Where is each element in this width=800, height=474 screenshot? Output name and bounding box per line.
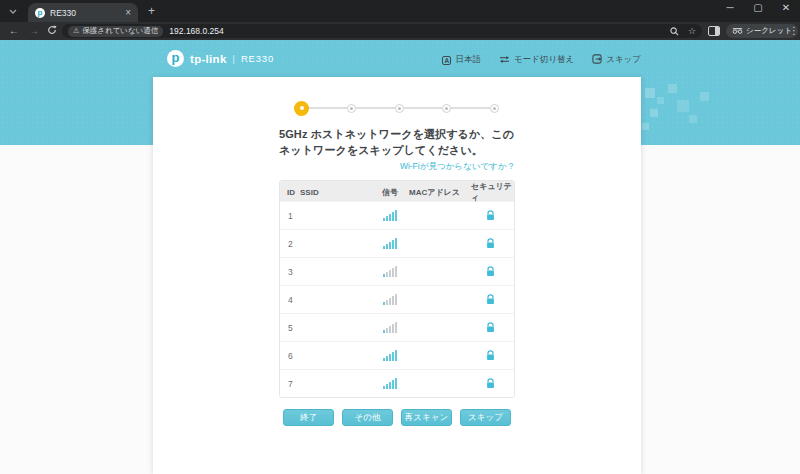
signal-icon: [383, 294, 409, 305]
step-dot: [347, 104, 356, 113]
brand-separator: |: [233, 54, 235, 64]
signal-icon: [383, 210, 409, 221]
browser-tab[interactable]: p RE330 ×: [28, 3, 138, 22]
bookmark-star-icon[interactable]: ☆: [688, 26, 696, 36]
network-id: 2: [280, 239, 300, 249]
exit-button[interactable]: 終了: [283, 409, 334, 426]
network-id: 3: [280, 267, 300, 277]
chevron-down-icon[interactable]: [6, 5, 20, 17]
mode-switch-link[interactable]: モード切り替え: [499, 54, 574, 66]
security-chip[interactable]: ⚠ 保護されていない通信: [68, 26, 163, 37]
network-id: 1: [280, 211, 300, 221]
warning-icon: ⚠: [73, 27, 79, 35]
network-id: 7: [280, 379, 300, 389]
step-dot: [295, 102, 308, 115]
network-id: 6: [280, 351, 300, 361]
column-security: セキュリティ: [471, 181, 514, 203]
tplink-favicon-icon: p: [35, 8, 45, 18]
tab-title: RE330: [50, 8, 120, 18]
network-row[interactable]: 6: [280, 341, 514, 369]
address-bar[interactable]: ⚠ 保護されていない通信 192.168.0.254 ☆: [62, 24, 702, 38]
reload-icon[interactable]: [47, 25, 57, 37]
column-ssid: SSID: [300, 188, 382, 197]
language-icon: A: [442, 56, 451, 65]
mode-switch-icon: [499, 55, 510, 66]
step-dot: [442, 104, 451, 113]
tplink-logo-icon: p: [167, 50, 184, 67]
screen: p RE330 × + ─ ▢ ✕ ← → ⚠ 保護されていない通信 192.1…: [0, 0, 800, 474]
brand-header: p tp-link | RE330: [167, 50, 274, 67]
brand-model: RE330: [241, 53, 274, 64]
lock-icon: [471, 291, 514, 309]
new-tab-icon[interactable]: +: [148, 4, 155, 18]
zoom-icon[interactable]: [670, 22, 679, 40]
wizard-stepper: [295, 101, 499, 115]
browser-tabstrip: p RE330 × + ─ ▢ ✕: [0, 0, 800, 22]
brand-name: tp-link: [190, 53, 227, 65]
forward-icon[interactable]: →: [29, 25, 39, 36]
signal-icon: [383, 322, 409, 333]
network-row[interactable]: 2: [280, 229, 514, 257]
close-icon[interactable]: ×: [125, 8, 131, 18]
network-row[interactable]: 5: [280, 313, 514, 341]
network-row[interactable]: 7: [280, 369, 514, 397]
page-title: 5GHz ホストネットワークを選択するか、このネットワークをスキップしてください…: [279, 127, 515, 158]
lock-icon: [471, 375, 514, 393]
table-header: ID SSID 信号 MACアドレス セキュリティ: [280, 181, 514, 201]
signal-icon: [383, 238, 409, 249]
lock-icon: [471, 347, 514, 365]
back-icon[interactable]: ←: [9, 25, 19, 36]
incognito-label: シークレット: [746, 26, 792, 36]
lock-icon: [471, 235, 514, 253]
network-id: 4: [280, 295, 300, 305]
rescan-button[interactable]: 再スキャン: [401, 409, 452, 426]
other-button[interactable]: その他: [342, 409, 393, 426]
security-chip-label: 保護されていない通信: [82, 26, 158, 36]
lock-icon: [471, 207, 514, 225]
network-id: 5: [280, 323, 300, 333]
skip-icon: [592, 54, 602, 66]
lock-icon: [471, 319, 514, 337]
skip-button[interactable]: スキップ: [460, 409, 511, 426]
network-row[interactable]: 1: [280, 201, 514, 229]
url-text: 192.168.0.254: [169, 26, 664, 36]
step-dot: [395, 104, 404, 113]
mode-switch-label: モード切り替え: [514, 54, 574, 66]
action-buttons: 終了 その他 再スキャン スキップ: [279, 409, 515, 426]
column-mac: MACアドレス: [409, 187, 471, 198]
network-table: ID SSID 信号 MACアドレス セキュリティ 1 2 3: [279, 180, 515, 398]
wizard-card: 5GHz ホストネットワークを選択するか、このネットワークをスキップしてください…: [153, 77, 641, 474]
signal-icon: [383, 378, 409, 389]
menu-icon[interactable]: ⋮: [789, 25, 799, 36]
skip-link-top[interactable]: スキップ: [592, 54, 641, 66]
step-dot: [490, 104, 499, 113]
network-rows: 1 2 3 4 5: [280, 201, 514, 397]
column-signal: 信号: [382, 187, 409, 198]
signal-icon: [383, 266, 409, 277]
wifi-help-link[interactable]: Wi-Fiが見つからないですか？: [279, 161, 515, 173]
side-panel-icon[interactable]: [708, 26, 720, 36]
browser-toolbar: ← → ⚠ 保護されていない通信 192.168.0.254 ☆ シークレット: [0, 22, 800, 40]
header-nav: A 日本語 モード切り替え スキップ: [442, 54, 641, 66]
incognito-icon: [732, 27, 743, 36]
signal-icon: [383, 350, 409, 361]
minimize-icon[interactable]: ─: [724, 2, 736, 13]
skip-label-top: スキップ: [606, 54, 641, 66]
close-window-icon[interactable]: ✕: [780, 2, 792, 13]
incognito-badge: シークレット: [726, 24, 798, 38]
network-row[interactable]: 4: [280, 285, 514, 313]
language-selector[interactable]: A 日本語: [442, 54, 481, 66]
network-row[interactable]: 3: [280, 257, 514, 285]
page: p tp-link | RE330 A 日本語 モード切り替え スキップ: [0, 40, 800, 474]
column-id: ID: [280, 188, 300, 197]
language-label: 日本語: [455, 54, 481, 66]
lock-icon: [471, 263, 514, 281]
maximize-icon[interactable]: ▢: [752, 2, 764, 13]
